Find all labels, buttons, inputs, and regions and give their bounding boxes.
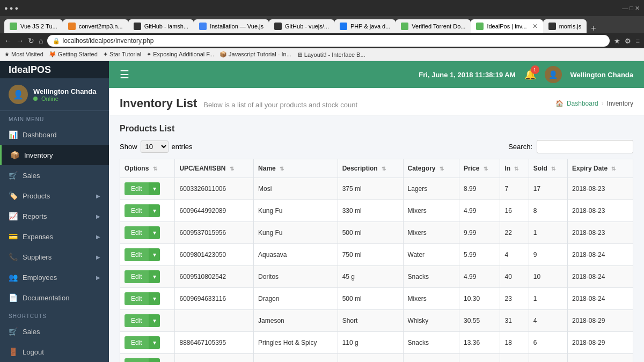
tab-label: convert2mp3.n... xyxy=(79,23,123,29)
sidebar-item-expenses[interactable]: 💳 Expenses ▶ xyxy=(0,226,109,247)
cell-price: 30.55 xyxy=(459,310,500,332)
tab-php-java[interactable]: PHP & java d... xyxy=(334,19,396,33)
sort-icon[interactable]: ⇅ xyxy=(514,166,518,172)
forward-button[interactable]: → xyxy=(16,36,24,45)
edit-dropdown-button[interactable]: ▾ xyxy=(149,292,160,305)
tab-close-icon[interactable]: ✕ xyxy=(532,23,538,30)
entries-select[interactable]: 10 25 50 100 xyxy=(141,141,169,153)
new-tab-button[interactable]: + xyxy=(591,24,596,33)
edit-dropdown-button[interactable]: ▾ xyxy=(149,314,160,327)
notification-button[interactable]: 🔔 1 xyxy=(524,69,536,80)
chevron-right-icon: ▶ xyxy=(96,254,100,260)
edit-dropdown-button[interactable]: ▾ xyxy=(149,358,160,362)
user-name: Wellington Chanda xyxy=(33,87,96,95)
show-label: Show xyxy=(120,143,137,151)
browser-omnibar: ← → ↻ ⌂ 🔒 localhost/idealpos/inventory.p… xyxy=(0,33,644,48)
tab-github-vuejs[interactable]: GitHub - vuejs/... xyxy=(269,19,334,33)
url-bar[interactable]: 🔒 localhost/idealpos/inventory.php xyxy=(47,35,610,47)
tab-convert2mp3[interactable]: convert2mp3.n... xyxy=(63,19,128,33)
hamburger-button[interactable]: ☰ xyxy=(120,68,129,81)
sidebar-shortcut-sales[interactable]: 🛒 Sales xyxy=(0,321,109,342)
sort-icon[interactable]: ⇅ xyxy=(280,166,284,172)
sort-icon[interactable]: ⇅ xyxy=(230,166,234,172)
table-row: Edit ▾ Jameson Short Whisky 30.55 31 4 2… xyxy=(120,310,633,332)
cell-expiry: 2018-08-29 xyxy=(568,310,633,332)
extensions-icon[interactable]: ⚙ xyxy=(625,37,631,45)
bookmark-icon[interactable]: ★ xyxy=(614,37,620,45)
edit-btn-group: Edit ▾ xyxy=(125,182,170,195)
datetime-display: Fri, June 1, 2018 11:38:19 AM xyxy=(419,71,515,79)
edit-dropdown-button[interactable]: ▾ xyxy=(149,204,160,217)
sort-icon[interactable]: ⇅ xyxy=(611,166,616,172)
sort-icon[interactable]: ⇅ xyxy=(153,166,157,172)
edit-button[interactable]: Edit xyxy=(125,336,149,349)
sidebar-item-dashboard[interactable]: 📊 Dashboard xyxy=(0,124,109,145)
most-visited-bookmark[interactable]: ★ Most Visited xyxy=(4,51,43,58)
cell-options: Edit ▾ xyxy=(120,354,175,363)
edit-button[interactable]: Edit xyxy=(125,204,149,217)
sidebar-item-documentation[interactable]: 📄 Documentation xyxy=(0,287,109,308)
tab-morrisjs[interactable]: morris.js xyxy=(543,19,587,33)
menu-icon[interactable]: ≡ xyxy=(635,37,640,45)
sort-icon[interactable]: ⇅ xyxy=(440,166,444,172)
tab-vuejs[interactable]: Vue JS 2 Tu... xyxy=(4,19,63,33)
cell-upc xyxy=(175,310,254,332)
tab-favicon xyxy=(274,23,282,30)
home-button[interactable]: ⌂ xyxy=(39,36,43,45)
edit-button[interactable]: Edit xyxy=(125,314,149,327)
cell-category: Lagers xyxy=(403,178,459,200)
javascript-tutorial-bookmark[interactable]: 📦 Javascript Tutorial - In... xyxy=(219,51,291,58)
edit-dropdown-button[interactable]: ▾ xyxy=(149,182,160,195)
tab-vuejs-install[interactable]: Installation — Vue.js xyxy=(194,19,269,33)
cell-in: 22 xyxy=(500,222,529,244)
chevron-right-icon: ▶ xyxy=(96,193,100,199)
cell-category: Snacks xyxy=(403,332,459,354)
page-title-section: Inventory List Below is a list of all yo… xyxy=(120,97,357,110)
table-row: Edit ▾ 8886467105395 Pringles Hot & Spic… xyxy=(120,332,633,354)
edit-button[interactable]: Edit xyxy=(125,248,149,261)
sidebar-item-reports[interactable]: 📈 Reports ▶ xyxy=(0,206,109,226)
cell-in: 40 xyxy=(500,266,529,288)
tab-torrent[interactable]: Verified Torrent Do... xyxy=(396,19,471,33)
tab-label: GitHub - vuejs/... xyxy=(285,23,329,29)
cell-description: 45 g xyxy=(338,266,403,288)
chevron-right-icon: ▶ xyxy=(96,234,100,240)
cell-price: 8.99 xyxy=(459,178,500,200)
refresh-button[interactable]: ↻ xyxy=(28,36,34,45)
tab-idealpos[interactable]: IdealPos | inv... ✕ xyxy=(471,19,543,33)
edit-button[interactable]: Edit xyxy=(125,292,149,305)
layoutit-bookmark[interactable]: 🖥 Layoutit! - Interface B... xyxy=(297,51,365,58)
section-title: Products List xyxy=(120,124,633,134)
cell-expiry: 2018-08-29 xyxy=(568,354,633,363)
edit-dropdown-button[interactable]: ▾ xyxy=(149,270,160,283)
navbar-user-avatar: 👤 xyxy=(545,66,562,83)
sidebar-shortcut-logout[interactable]: 🚪 Logout xyxy=(0,342,109,362)
col-description: Description ⇅ xyxy=(338,159,403,178)
edit-dropdown-button[interactable]: ▾ xyxy=(149,248,160,261)
sort-icon[interactable]: ⇅ xyxy=(484,166,488,172)
sort-icon[interactable]: ⇅ xyxy=(551,166,555,172)
edit-button[interactable]: Edit xyxy=(125,226,149,239)
sidebar-item-suppliers[interactable]: 📞 Suppliers ▶ xyxy=(0,247,109,267)
tab-github-iamsh[interactable]: GitHub - iamsh... xyxy=(128,19,194,33)
edit-dropdown-button[interactable]: ▾ xyxy=(149,226,160,239)
cell-description: 750 ml xyxy=(338,244,403,266)
search-input[interactable] xyxy=(537,140,633,153)
status-dot xyxy=(33,97,38,101)
sidebar-item-sales[interactable]: 🛒 Sales xyxy=(0,165,109,186)
back-button[interactable]: ← xyxy=(4,36,12,45)
search-label: Search: xyxy=(508,143,532,151)
sidebar-item-products[interactable]: 🏷️ Products ▶ xyxy=(0,186,109,206)
sidebar-item-inventory[interactable]: 📦 Inventory xyxy=(0,145,109,165)
breadcrumb-dashboard[interactable]: Dashboard xyxy=(567,100,598,107)
sort-icon[interactable]: ⇅ xyxy=(382,166,386,172)
sidebar-item-employees[interactable]: 👥 Employees ▶ xyxy=(0,267,109,287)
edit-button[interactable]: Edit xyxy=(125,358,149,362)
edit-button[interactable]: Edit xyxy=(125,270,149,283)
star-tutorial-bookmark[interactable]: ✦ Star Tutorial xyxy=(103,51,141,58)
edit-button[interactable]: Edit xyxy=(125,182,149,195)
edit-dropdown-button[interactable]: ▾ xyxy=(149,336,160,349)
getting-started-bookmark[interactable]: 🦊 Getting Started xyxy=(49,51,98,58)
exposing-bookmark[interactable]: ✦ Exposing Additional F... xyxy=(147,51,214,58)
search-control: Search: xyxy=(508,140,633,153)
